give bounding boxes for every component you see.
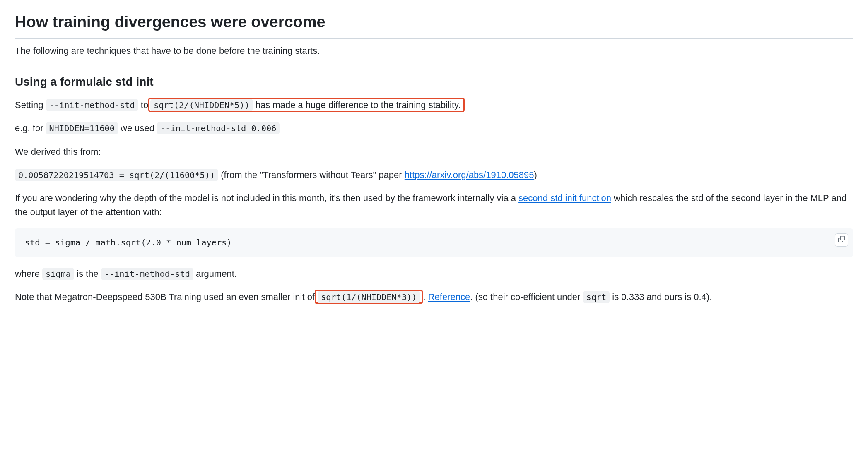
code-init-value: --init-method-std 0.006 bbox=[157, 122, 280, 134]
code-sigma: sigma bbox=[42, 268, 74, 280]
text: . (so their co-efficient under bbox=[470, 292, 583, 302]
paragraph-1: Setting --init-method-std tosqrt(2/(NHID… bbox=[15, 98, 853, 112]
link-arxiv[interactable]: https://arxiv.org/abs/1910.05895 bbox=[405, 170, 534, 180]
text: is the bbox=[74, 269, 101, 279]
code-block: std = sigma / math.sqrt(2.0 * num_layers… bbox=[15, 228, 853, 257]
copy-icon bbox=[838, 234, 845, 246]
document-page: How training divergences were overcome T… bbox=[0, 0, 868, 333]
code-megatron-init: sqrt(1/(NHIDDEN*3)) bbox=[318, 291, 420, 303]
text: Note that Megatron-Deepspeed 530B Traini… bbox=[15, 292, 315, 302]
text: to bbox=[138, 100, 148, 110]
link-reference[interactable]: Reference bbox=[428, 292, 470, 302]
text: . bbox=[423, 292, 428, 302]
text: where bbox=[15, 269, 42, 279]
code-derivation: 0.00587220219514703 = sqrt(2/(11600*5)) bbox=[15, 169, 218, 181]
text: is 0.333 and ours is 0.4). bbox=[610, 292, 712, 302]
code-init-method-std-2: --init-method-std bbox=[101, 268, 193, 280]
text: If you are wondering why the depth of th… bbox=[15, 193, 518, 203]
paragraph-4: 0.00587220219514703 = sqrt(2/(11600*5)) … bbox=[15, 168, 853, 182]
text: e.g. for bbox=[15, 123, 46, 133]
code-sqrt: sqrt bbox=[583, 291, 610, 303]
code-sqrt-formula: sqrt(2/(NHIDDEN*5)) bbox=[150, 99, 253, 111]
paragraph-2: e.g. for NHIDDEN=11600 we used --init-me… bbox=[15, 121, 853, 135]
code-init-method-std: --init-method-std bbox=[46, 99, 138, 111]
code-nhidden: NHIDDEN=11600 bbox=[46, 122, 118, 134]
page-title: How training divergences were overcome bbox=[15, 10, 853, 39]
text: has made a huge difference to the traini… bbox=[253, 100, 461, 110]
text: argument. bbox=[193, 269, 237, 279]
highlight-box-2: sqrt(1/(NHIDDEN*3)) bbox=[315, 290, 423, 304]
text: we used bbox=[118, 123, 157, 133]
section-heading: Using a formulaic std init bbox=[15, 73, 853, 91]
highlight-box-1: sqrt(2/(NHIDDEN*5)) has made a huge diff… bbox=[148, 98, 464, 112]
paragraph-7: Note that Megatron-Deepspeed 530B Traini… bbox=[15, 290, 853, 304]
copy-button[interactable] bbox=[835, 233, 848, 247]
paragraph-6: where sigma is the --init-method-std arg… bbox=[15, 267, 853, 281]
text: (from the "Transformers without Tears" p… bbox=[218, 170, 405, 180]
code-content: std = sigma / math.sqrt(2.0 * num_layers… bbox=[25, 237, 843, 249]
text: ) bbox=[534, 170, 537, 180]
link-second-std-init[interactable]: second std init function bbox=[518, 193, 611, 203]
intro-paragraph: The following are techniques that have t… bbox=[15, 44, 853, 58]
paragraph-5: If you are wondering why the depth of th… bbox=[15, 191, 853, 219]
paragraph-3: We derived this from: bbox=[15, 145, 853, 159]
text: Setting bbox=[15, 100, 46, 110]
